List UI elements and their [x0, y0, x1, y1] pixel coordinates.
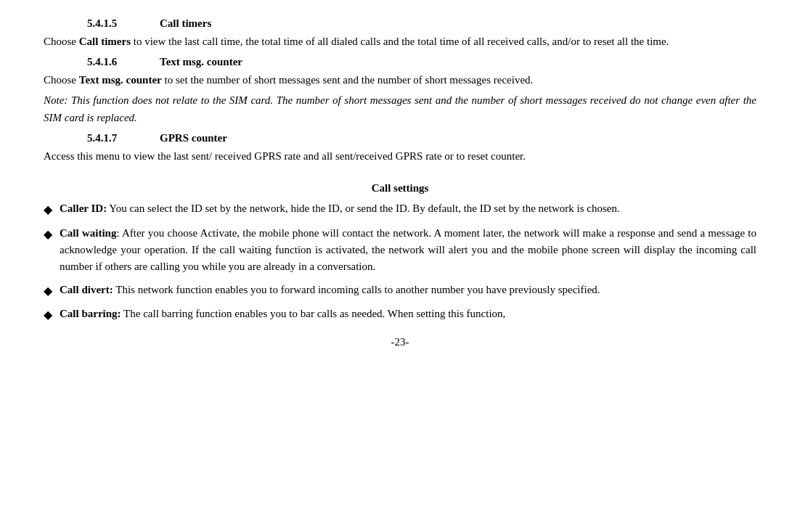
bullet-diamond-call-divert: ◆ — [44, 282, 52, 300]
section-number-5416: 5.4.1.6 — [87, 56, 160, 68]
bullet-item-call-waiting: ◆ Call waiting: After you choose Activat… — [44, 225, 756, 276]
page-number: -23- — [44, 336, 756, 348]
section-5416-text: Choose Text msg. counter to set the numb… — [44, 71, 756, 89]
section-title-5416: Text msg. counter — [160, 56, 242, 68]
bullet-text-call-barring: Call barring: The call barring function … — [60, 306, 756, 322]
call-waiting-text: : After you choose Activate, the mobile … — [60, 227, 756, 273]
call-barring-text: The call barring function enables you to… — [121, 308, 506, 319]
bullet-text-caller-id: Caller ID: You can select the ID set by … — [60, 200, 756, 217]
after-bold-5416: to set the number of short messages sent… — [162, 74, 534, 86]
bullet-diamond-caller-id: ◆ — [44, 201, 52, 219]
section-title-5415: Call timers — [160, 17, 211, 30]
call-waiting-bold: Call waiting — [60, 227, 116, 239]
bullet-text-call-divert: Call divert: This network function enabl… — [60, 282, 756, 298]
caller-id-bold: Caller ID: — [60, 202, 107, 214]
call-settings-heading: Call settings — [44, 182, 756, 195]
choose-label-5415: Choose — [44, 36, 79, 47]
section-5415-text: Choose Call timers to view the last call… — [44, 33, 756, 50]
call-divert-bold: Call divert: — [60, 284, 113, 295]
after-bold-5415: to view the last call time, the total ti… — [131, 36, 669, 47]
bold-term-5416: Text msg. counter — [79, 74, 162, 86]
call-divert-text: This network function enables you to for… — [113, 284, 600, 295]
call-barring-bold: Call barring: — [60, 308, 121, 319]
section-5417-text: Access this menu to view the last sent/ … — [44, 147, 756, 165]
bullet-diamond-call-barring: ◆ — [44, 306, 52, 324]
bullet-item-caller-id: ◆ Caller ID: You can select the ID set b… — [44, 200, 756, 219]
bullet-item-call-divert: ◆ Call divert: This network function ena… — [44, 282, 756, 300]
section-number-5415: 5.4.1.5 — [87, 17, 160, 30]
note-5416: Note: This function does not relate to t… — [44, 91, 756, 126]
bullet-item-call-barring: ◆ Call barring: The call barring functio… — [44, 306, 756, 324]
bullet-diamond-call-waiting: ◆ — [44, 226, 52, 244]
bullet-text-call-waiting: Call waiting: After you choose Activate,… — [60, 225, 756, 276]
section-title-5417: GPRS counter — [160, 132, 227, 144]
section-number-5417: 5.4.1.7 — [87, 132, 160, 144]
bullet-list: ◆ Caller ID: You can select the ID set b… — [44, 200, 756, 324]
caller-id-text: You can select the ID set by the network… — [107, 202, 620, 214]
choose-label-5416: Choose — [44, 74, 79, 86]
bold-term-5415: Call timers — [79, 36, 131, 47]
